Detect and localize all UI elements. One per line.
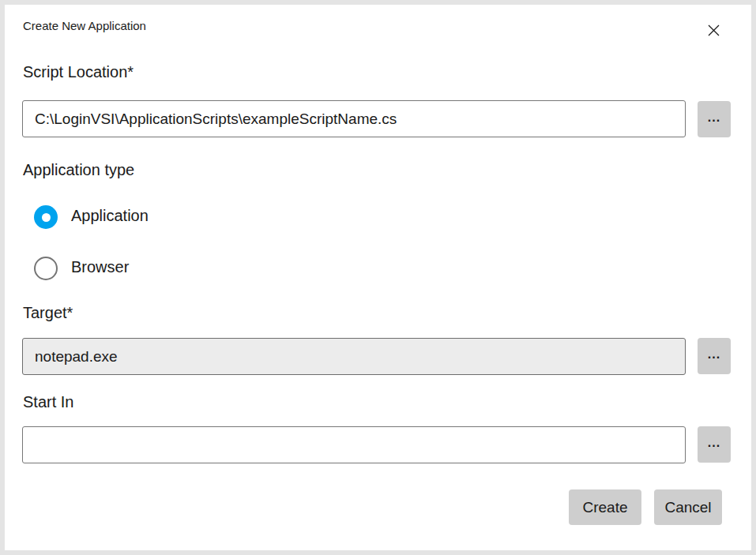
- target-label: Target*: [23, 304, 73, 322]
- script-location-label: Script Location*: [23, 63, 134, 81]
- radio-application[interactable]: [34, 205, 58, 229]
- radio-browser-label[interactable]: Browser: [71, 258, 129, 276]
- script-location-input[interactable]: [22, 100, 686, 137]
- start-in-input[interactable]: [22, 426, 686, 463]
- dialog-title: Create New Application: [23, 19, 146, 32]
- target-input: [22, 338, 686, 375]
- radio-browser[interactable]: [34, 257, 58, 280]
- close-button[interactable]: [698, 17, 728, 47]
- close-icon: [708, 24, 720, 39]
- create-button[interactable]: Create: [569, 489, 641, 525]
- start-in-label: Start In: [23, 393, 73, 411]
- create-new-application-dialog: Create New Application Script Location* …: [0, 0, 756, 555]
- application-type-label: Application type: [23, 161, 134, 179]
- start-in-browse-button[interactable]: ...: [698, 426, 731, 463]
- cancel-button[interactable]: Cancel: [654, 489, 722, 525]
- radio-selected-dot-icon: [42, 213, 51, 222]
- target-browse-button[interactable]: ...: [698, 338, 731, 374]
- radio-application-label[interactable]: Application: [71, 207, 149, 225]
- script-location-browse-button[interactable]: ...: [698, 101, 731, 137]
